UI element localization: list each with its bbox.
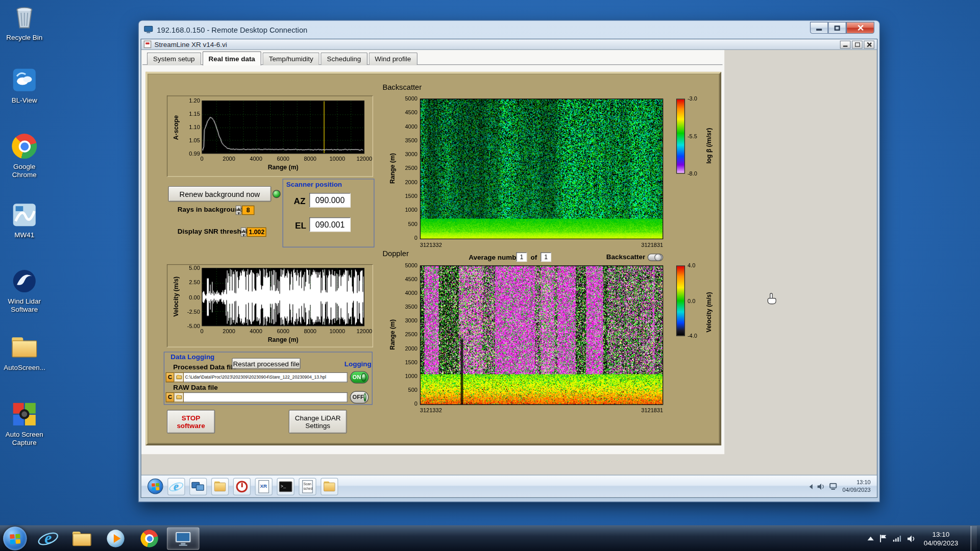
- desktop-icon-autoscreen[interactable]: AutoScreen...: [4, 334, 45, 371]
- remote-clock[interactable]: 13:10 04/09/2023: [843, 479, 871, 494]
- processed-path-control[interactable]: C C:\Lidar\Data\Proc\2023\202309\2023090…: [165, 372, 347, 383]
- remote-power-icon[interactable]: [233, 478, 251, 495]
- remote-computers-icon[interactable]: [189, 478, 207, 495]
- app-titlebar[interactable]: StreamLine XR v14-6.vi: [141, 39, 877, 50]
- show-desktop-button[interactable]: [971, 525, 977, 551]
- svg-text:sched: sched: [303, 486, 312, 490]
- tray-expand-icon[interactable]: [868, 537, 874, 540]
- close-button[interactable]: [846, 22, 874, 34]
- renew-background-button[interactable]: Renew background now: [168, 186, 271, 202]
- ascope-group: A-scope 1.201.151.101.050.99 02000400060…: [167, 95, 373, 177]
- desktop-icon-google-chrome[interactable]: Google Chrome: [4, 133, 45, 179]
- doppler-y-axis-label: Range (m): [389, 265, 396, 404]
- velocity-group: Velocity (m/s) 5.002.500.00-2.50-5.00 02…: [167, 264, 373, 347]
- folder-browse-icon[interactable]: [175, 372, 184, 383]
- minimize-button[interactable]: [810, 22, 828, 34]
- rdp-window: 192.168.0.150 - Remote Desktop Connectio…: [139, 20, 879, 502]
- network-icon[interactable]: [892, 535, 901, 542]
- action-center-flag-icon[interactable]: [879, 534, 887, 543]
- processed-path-field[interactable]: C:\Lidar\Data\Proc\2023\202309\20230904\…: [184, 372, 348, 383]
- taskbar-explorer-button[interactable]: [66, 527, 99, 549]
- tab-temp-humidity[interactable]: Temp/humidity: [263, 53, 320, 65]
- average-number-value[interactable]: 1: [516, 253, 527, 262]
- chrome-icon: [11, 133, 38, 160]
- backscatter-toggle[interactable]: [648, 254, 664, 261]
- taskbar-rdp-button[interactable]: [167, 527, 200, 549]
- volume-icon[interactable]: [907, 535, 916, 543]
- remote-scan-scheduler-icon[interactable]: Scansched: [299, 478, 316, 495]
- tab-strip: System setup Real time data Temp/humidit…: [147, 53, 419, 66]
- drive-letter-badge: C: [165, 372, 174, 383]
- rays-stepper[interactable]: [236, 206, 241, 215]
- taskbar-ie-button[interactable]: [32, 527, 64, 549]
- ascope-y-ticks: 1.201.151.101.050.99: [182, 97, 200, 157]
- remote-volume-icon[interactable]: [817, 483, 825, 490]
- el-value[interactable]: 090.001: [309, 217, 351, 232]
- start-button[interactable]: [3, 527, 27, 550]
- remote-network-icon[interactable]: [829, 483, 838, 490]
- raw-path-field[interactable]: [184, 392, 348, 403]
- rays-in-background-label: Rays in background: [178, 206, 243, 213]
- taskbar-clock[interactable]: 13:10 04/09/2023: [924, 530, 958, 547]
- restart-processed-file-button[interactable]: Restart processed file: [232, 358, 301, 369]
- velocity-x-ticks: 020004000600080001000012000: [191, 328, 375, 334]
- windows-taskbar: 13:10 04/09/2023: [0, 525, 980, 551]
- rays-value[interactable]: 8: [242, 206, 254, 215]
- stop-software-button[interactable]: STOPsoftware: [167, 410, 215, 434]
- change-lidar-settings-button[interactable]: Change LiDARSettings: [289, 410, 347, 434]
- raw-logging-toggle[interactable]: OFF: [350, 391, 369, 404]
- remote-xr-vi-icon[interactable]: XR: [255, 478, 273, 495]
- desktop-icon-recycle-bin[interactable]: Recycle Bin: [4, 4, 45, 41]
- doppler-heatmap: [420, 265, 663, 405]
- desktop-icon-wind-lidar[interactable]: Wind Lidar Software: [4, 267, 45, 313]
- maximize-button[interactable]: [828, 22, 846, 34]
- logging-label: Logging: [345, 360, 372, 367]
- remote-start-button[interactable]: [148, 479, 163, 494]
- average-total-value[interactable]: 1: [541, 253, 551, 262]
- tab-wind-profile[interactable]: Wind profile: [369, 53, 418, 65]
- svg-text:Scan: Scan: [303, 482, 311, 486]
- desktop-icon-auto-screen-capture[interactable]: Auto Screen Capture: [4, 400, 45, 446]
- doppler-x-end: 3121831: [601, 407, 663, 413]
- rdp-titlebar[interactable]: 192.168.0.150 - Remote Desktop Connectio…: [141, 20, 878, 39]
- az-value[interactable]: 090.000: [309, 193, 351, 207]
- backscatter-x-start: 3121332: [420, 242, 442, 248]
- processed-logging-toggle[interactable]: ON: [350, 371, 369, 383]
- app-close-button[interactable]: [864, 40, 874, 48]
- app-page: System setup Real time data Temp/humidit…: [141, 50, 724, 454]
- desktop-icon-mw41[interactable]: MW41: [4, 201, 45, 239]
- app-maximize-button[interactable]: [852, 40, 863, 48]
- backscatter-toggle-label: Backscatter: [606, 253, 645, 261]
- taskbar-media-player-button[interactable]: [100, 527, 132, 549]
- app-minimize-button[interactable]: [840, 40, 851, 48]
- backscatter-y-axis-label: Range (m): [389, 98, 396, 238]
- remote-system-tray: 13:10 04/09/2023: [810, 479, 871, 494]
- folder-browse-icon[interactable]: [175, 392, 184, 403]
- remote-tray-expand-icon[interactable]: [810, 484, 813, 489]
- ascope-x-axis-label: Range (m): [202, 164, 364, 170]
- system-tray: 13:10 04/09/2023: [868, 525, 977, 551]
- autoscreen-folder-icon: [11, 334, 38, 361]
- rdp-window-icon: [144, 26, 153, 34]
- velocity-plot-canvas: [203, 269, 364, 325]
- tab-scheduling[interactable]: Scheduling: [321, 53, 367, 65]
- remote-command-prompt-icon[interactable]: >_: [277, 478, 294, 495]
- doppler-x-start: 3121332: [420, 407, 442, 413]
- remote-explorer-folder-icon[interactable]: [321, 478, 338, 495]
- taskbar-chrome-button[interactable]: [133, 527, 166, 549]
- average-number-label: Average number: [469, 254, 523, 261]
- labview-panel: Backscatter A-scope 1.201.151.101.050.99…: [145, 72, 721, 445]
- raw-path-control[interactable]: C: [165, 392, 347, 403]
- backscatter-heatmap-canvas: [421, 99, 663, 239]
- velocity-y-ticks: 5.002.500.00-2.50-5.00: [182, 265, 200, 329]
- doppler-y-ticks: 5000450040003500300025002000150010005000: [399, 262, 418, 407]
- backscatter-colorbar: [676, 98, 685, 173]
- snr-value[interactable]: 1.002: [247, 228, 266, 237]
- snr-stepper[interactable]: [240, 228, 246, 237]
- remote-folder-icon[interactable]: [211, 478, 229, 495]
- tab-system-setup[interactable]: System setup: [147, 53, 201, 65]
- tab-real-time-data[interactable]: Real time data: [202, 51, 261, 65]
- desktop-icon-bl-view[interactable]: BL-View: [4, 66, 45, 104]
- velocity-plot: [202, 268, 364, 326]
- remote-ie-icon[interactable]: [167, 478, 185, 495]
